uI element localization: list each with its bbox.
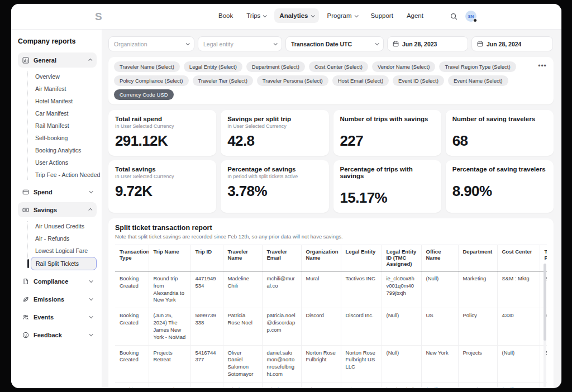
sidebar-item-self-booking[interactable]: Self-booking [18,132,97,144]
sidebar-item-air-unused-credits[interactable]: Air Unused Credits [18,220,97,232]
chip-cost-center[interactable]: Cost Center (Select) [309,61,368,72]
metric-subtitle [452,123,547,130]
report-table-viewport: Transaction Type Trip Name Trip ID Trave… [115,245,547,388]
chip-event-id[interactable]: Event ID (Select) [393,75,444,86]
sidebar-section-savings[interactable]: Savings [18,202,97,217]
cell: daniel.salomon@nortonrosefulbright.com [262,345,301,382]
metric-subtitle [340,123,435,130]
sidebar-item-rail-manifest[interactable]: Rail Manifest [18,119,97,132]
chip-legal-entity[interactable]: Legal Entity (Select) [184,61,242,72]
col-legal-entity-id[interactable]: Legal Entity ID (TMC Assigned) [382,245,421,271]
chip-currency-code[interactable]: Currency Code USD [114,89,174,100]
legal-entity-select[interactable]: Legal entity [198,36,282,51]
metric-subtitle: In User Selected Currency [115,174,209,180]
chip-department[interactable]: Department (Select) [246,61,305,72]
document-icon [22,278,29,285]
chevron-down-icon [89,297,93,300]
chart-icon [22,57,29,64]
cell: Policy [458,308,497,345]
calendar-icon [477,41,483,47]
col-trip-name[interactable]: Trip Name [149,245,190,271]
sidebar-item-hotel-manifest[interactable]: Hotel Manifest [18,95,97,107]
nav-item-support[interactable]: Support [366,8,398,23]
vertical-scrollbar[interactable] [544,264,546,388]
leaf-icon [22,296,29,303]
table-row: Booking CreatedNew York8867562519Missira… [115,382,547,388]
chevron-down-icon [89,314,93,318]
col-department[interactable]: Department [458,245,497,271]
chip-host-email[interactable]: Host Email (Select) [332,75,389,86]
sidebar-item-trip-fee[interactable]: Trip Fee - Action Needed [18,169,97,181]
metric-title: Total savings [115,166,209,173]
chevron-down-icon [375,41,379,45]
more-filters-button[interactable]: ••• [536,61,549,71]
cell: ie_cl70oh3fe2exy0k32v9lo4dfpa [382,382,421,388]
chip-traveler-name[interactable]: Traveler Name (Select) [114,61,180,72]
chip-vendor-name[interactable]: Vendor Name (Select) [372,61,435,72]
metric-title: Number of saving travelers [452,116,547,122]
col-trip-id[interactable]: Trip ID [190,245,223,271]
cell: (Null) [382,308,421,345]
nav-item-analytics[interactable]: Analytics [274,8,318,23]
chip-policy-compliance[interactable]: Policy Compliance (Select) [114,75,189,86]
table-row: Booking CreatedProjects Retreat541674437… [115,345,547,382]
cell: 5416744377 [190,345,223,382]
metric-savings-per-split-trip: Savings per split trip In User Selected … [221,110,328,156]
sidebar-item-booking-analytics[interactable]: Booking Analytics [18,144,97,156]
chip-traveler-tier[interactable]: Traveler Tier (Select) [193,75,253,86]
sidebar-section-events[interactable]: Events [18,309,97,324]
cell: Booking Created [115,308,149,345]
organization-select[interactable]: Organization [108,36,194,51]
col-traveler-email[interactable]: Traveler Email [262,245,301,271]
top-nav: S Book Trips Analytics Program Support A… [11,4,561,30]
cell: Discord Inc. [341,308,382,345]
metric-title: Percentage of saving travelers [452,166,547,173]
scrollbar-thumb[interactable] [544,264,546,341]
sidebar-item-lowest-logical-fare[interactable]: Lowest Logical Fare [18,245,97,257]
sidebar-item-air-manifest[interactable]: Air Manifest [18,83,97,95]
col-transaction-type[interactable]: Transaction Type [115,245,149,271]
chevron-down-icon [354,13,358,17]
col-legal-entity[interactable]: Legal Entity [341,245,382,271]
sidebar-item-user-actions[interactable]: User Actions [18,156,97,169]
col-cost-center[interactable]: Cost Center [497,245,540,271]
nav-item-trips[interactable]: Trips [241,8,271,23]
sidebar-section-emissions[interactable]: Emissions [18,291,97,307]
sidebar-item-rail-split-tickets[interactable]: Rail Split Tickets [31,257,97,270]
nav-item-program[interactable]: Program [322,8,363,23]
cell: New York [149,382,190,388]
sidebar-section-general[interactable]: General [18,52,97,68]
date-dimension-select[interactable]: Transaction Date UTC [285,36,384,51]
table-row: Booking Created(Jun 25, 2024) The James … [115,308,547,345]
cell: missira.sanni@wiz.io [262,382,301,388]
metric-percentage-saving-travelers: Percentage of saving travelers 8.90% [446,160,554,213]
search-icon[interactable] [450,13,457,20]
sidebar-item-overview[interactable]: Overview [18,70,97,83]
nav-utilities: SN [450,11,476,22]
col-traveler-name[interactable]: Traveler Name [223,245,262,271]
sidebar-section-spend[interactable]: Spend [18,184,97,199]
general-report-list: Overview Air Manifest Hotel Manifest Car… [18,70,97,181]
reports-sidebar: Company reports General Overview Air Man… [11,30,102,388]
sidebar-section-compliance[interactable]: Compliance [18,274,97,289]
chip-traveler-persona[interactable]: Traveler Persona (Select) [257,75,328,86]
cell: Patricia Rose Noel [223,308,262,345]
cell: 4471949534 [190,271,223,308]
end-date-picker[interactable]: Jun 28, 2024 [471,36,553,51]
nav-item-agent[interactable]: Agent [402,8,428,23]
cell: ie_clc0ox8hv001q0m40799jbxjh [382,271,421,308]
chip-travel-region-type[interactable]: Travel Region Type (Select) [439,61,516,72]
cell: US [421,308,458,345]
col-organization-name[interactable]: Organization Name [301,245,341,271]
sidebar-item-car-manifest[interactable]: Car Manifest [18,107,97,119]
metric-value: 291.12K [115,132,209,150]
cell: Oliver Daniel Salomon Sotomayor [223,345,262,382]
nav-item-book[interactable]: Book [213,8,238,23]
sidebar-item-air-refunds[interactable]: Air - Refunds [18,232,97,245]
brand-logo[interactable]: S [95,11,102,23]
avatar[interactable]: SN [465,11,476,22]
sidebar-section-feedback[interactable]: Feedback [18,327,97,342]
col-office-name[interactable]: Office Name [421,245,458,271]
start-date-picker[interactable]: Jun 28, 2023 [387,36,468,51]
chip-event-name[interactable]: Event Name (Select) [448,75,508,86]
